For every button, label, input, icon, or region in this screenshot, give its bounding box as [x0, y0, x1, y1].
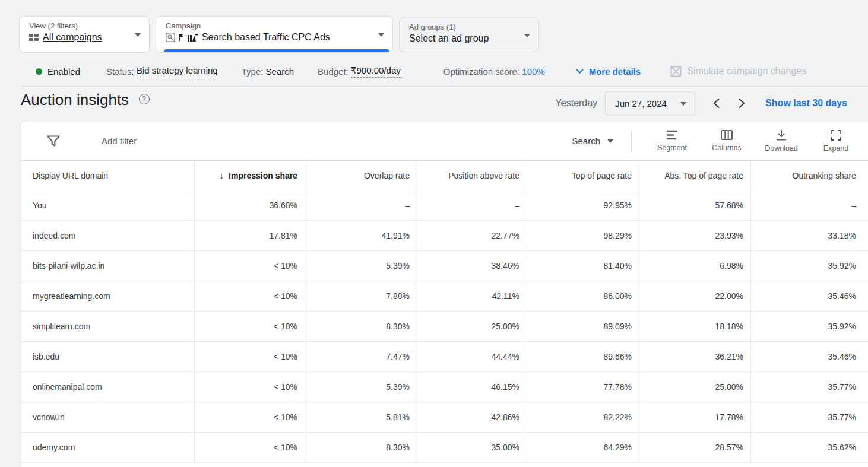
value-cell: 64.29% [527, 433, 639, 462]
value-cell: 8.30% [305, 312, 417, 341]
status-value[interactable]: Bid strategy learning [137, 65, 218, 77]
table-row[interactable]: bits-pilani-wilp.ac.in< 10%5.39%38.46%81… [21, 251, 868, 281]
domain-cell: mygreatlearning.com [21, 281, 194, 311]
table-body: You36.68%––92.95%57.68%–indeed.com17.81%… [21, 190, 868, 463]
simulate-campaign-changes-button[interactable]: Simulate campaign changes [670, 66, 806, 77]
campaign-value: Search based Traffic CPC Ads [202, 32, 330, 43]
table-row[interactable]: You36.68%––92.95%57.68%– [21, 190, 868, 221]
campaign-status-bar: Enabled Status: Bid strategy learning Ty… [36, 63, 868, 80]
value-cell: – [417, 190, 527, 220]
header-outranking-share[interactable]: Outranking share [750, 161, 868, 190]
chevron-down-icon [576, 69, 584, 74]
enabled-status: Enabled [47, 66, 80, 77]
table-row[interactable]: isb.edu< 10%7.47%44.44%89.66%36.21%35.46… [21, 342, 868, 372]
header-abs-top-of-page-rate[interactable]: Abs. Top of page rate [639, 161, 750, 190]
header-display-url-domain[interactable]: Display URL domain [21, 161, 194, 190]
value-cell: 22.00% [639, 281, 750, 311]
page-title: Auction insights [21, 91, 129, 109]
header-overlap-rate[interactable]: Overlap rate [305, 161, 417, 190]
chevron-down-icon [135, 33, 141, 37]
table-row[interactable]: mygreatlearning.com< 10%7.88%42.11%86.00… [21, 281, 868, 312]
value-cell: 18.18% [639, 312, 750, 341]
simulate-icon [670, 66, 682, 77]
table-row[interactable]: vcnow.in< 10%5.81%42.86%82.22%17.78%35.7… [21, 402, 868, 433]
value-cell: 28.57% [639, 433, 750, 462]
search-dropdown[interactable]: Search [572, 136, 613, 146]
value-cell: – [305, 190, 417, 220]
value-cell: 36.21% [639, 342, 750, 371]
value-cell: 35.77% [750, 372, 868, 402]
value-cell: 8.30% [305, 433, 417, 462]
bid-strategy-icon [178, 33, 185, 42]
domain-cell: udemy.com [21, 433, 194, 462]
value-cell: 44.44% [417, 342, 527, 371]
table-row[interactable]: simplilearn.com< 10%8.30%25.00%89.09%18.… [21, 312, 868, 342]
value-cell: 41.91% [305, 221, 417, 250]
date-value: Jun 27, 2024 [615, 99, 667, 109]
chevron-down-icon [524, 34, 530, 37]
chevron-down-icon [378, 33, 384, 37]
view-filter-label: View (2 filters) [29, 21, 125, 30]
value-cell: 77.78% [527, 372, 639, 402]
value-cell: 7.88% [305, 281, 417, 311]
optimization-score-value[interactable]: 100% [522, 66, 544, 77]
domain-cell: You [21, 190, 194, 220]
value-cell: 23.93% [639, 221, 750, 250]
value-cell: < 10% [194, 312, 305, 341]
simulate-label: Simulate campaign changes [687, 66, 806, 77]
table-toolbar: Add filter Search Segment Columns [21, 122, 868, 161]
value-cell: 35.00% [417, 433, 527, 462]
value-cell: 35.77% [750, 402, 868, 432]
value-cell: 7.47% [305, 342, 417, 371]
search-campaign-icon [166, 33, 175, 42]
ad-group-value: Select an ad group [409, 33, 489, 44]
date-preset-label: Yesterday [556, 98, 598, 109]
value-cell: 89.09% [527, 312, 639, 341]
type-value: Search [266, 66, 294, 77]
value-cell: 35.46% [750, 281, 868, 311]
add-filter-button[interactable]: Add filter [102, 136, 137, 146]
filter-icon[interactable] [47, 135, 60, 147]
value-cell: 5.81% [305, 402, 417, 432]
table-row[interactable]: onlinemanipal.com< 10%5.39%46.15%77.78%2… [21, 372, 868, 402]
download-button[interactable]: Download [754, 130, 809, 153]
ad-group-dropdown[interactable]: Ad groups (1) Select an ad group [399, 17, 539, 52]
grid-icon [29, 33, 39, 42]
table-header-row: Display URL domain ↓ Impression share Ov… [21, 161, 868, 190]
columns-icon [721, 130, 733, 140]
budget-label: Budget: [318, 66, 349, 77]
header-top-of-page-rate[interactable]: Top of page rate [527, 161, 639, 190]
domain-cell: indeed.com [21, 221, 194, 250]
table-row[interactable]: indeed.com17.81%41.91%22.77%98.29%23.93%… [21, 221, 868, 251]
show-last-30-days-link[interactable]: Show last 30 days [765, 98, 847, 109]
value-cell: < 10% [194, 342, 305, 371]
header-position-above-rate[interactable]: Position above rate [417, 161, 527, 190]
previous-date-button[interactable] [713, 98, 720, 109]
expand-button[interactable]: Expand [809, 130, 863, 153]
segment-button[interactable]: Segment [645, 130, 699, 152]
value-cell: 82.22% [527, 402, 639, 432]
domain-cell: simplilearn.com [21, 312, 194, 341]
value-cell: 33.18% [750, 221, 868, 250]
budget-value[interactable]: ₹900.00/day [351, 65, 401, 78]
domain-cell: isb.edu [21, 342, 194, 371]
view-filter-dropdown[interactable]: View (2 filters) All campaigns [19, 16, 150, 53]
value-cell: 86.00% [527, 281, 639, 311]
search-dropdown-label: Search [572, 136, 600, 146]
expand-icon [831, 130, 841, 141]
segment-icon [666, 130, 678, 140]
more-details-button[interactable]: More details [576, 66, 641, 77]
help-icon[interactable]: ? [139, 94, 150, 104]
table-row[interactable]: udemy.com< 10%8.30%35.00%64.29%28.57%35.… [21, 433, 868, 463]
columns-button[interactable]: Columns [699, 130, 754, 152]
campaign-dropdown[interactable]: Campaign Search based Traffic CPC Ads [156, 16, 393, 53]
date-picker-dropdown[interactable]: Jun 27, 2024 [605, 91, 695, 115]
enabled-status-icon [36, 68, 42, 75]
header-impression-share[interactable]: ↓ Impression share [194, 161, 305, 190]
value-cell: < 10% [194, 251, 305, 281]
value-cell: 6.98% [639, 251, 750, 281]
value-cell: < 10% [194, 433, 305, 462]
domain-cell: bits-pilani-wilp.ac.in [21, 251, 194, 281]
sort-descending-icon: ↓ [220, 170, 224, 180]
next-date-button[interactable] [738, 98, 745, 109]
